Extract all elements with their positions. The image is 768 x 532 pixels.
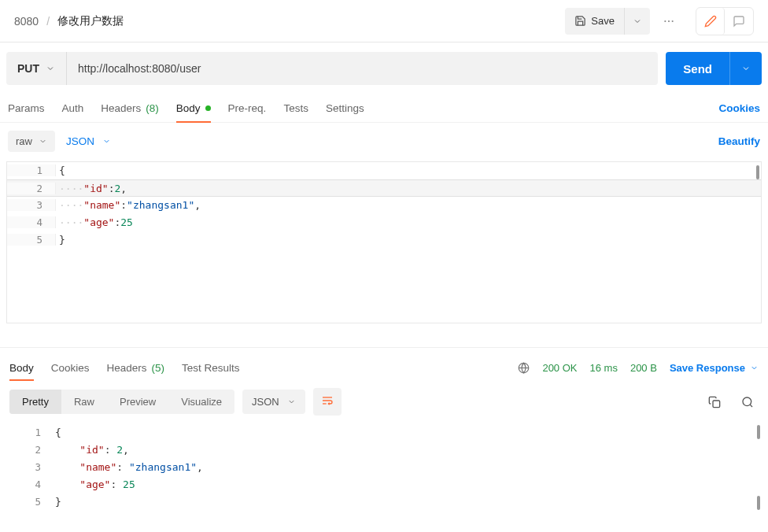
request-tabs: Params Auth Headers (8) Body Pre-req. Te… (8, 94, 364, 122)
tab-prereq[interactable]: Pre-req. (228, 94, 267, 122)
scrollbar-stub[interactable] (756, 165, 759, 179)
topbar-right: Save (565, 7, 754, 35)
status-time: 16 ms (590, 362, 618, 374)
save-response-button[interactable]: Save Response (670, 362, 759, 374)
chevron-down-icon (46, 64, 55, 73)
chevron-down-icon (750, 364, 759, 372)
view-raw[interactable]: Raw (61, 390, 107, 414)
svg-point-1 (668, 20, 670, 21)
comment-icon (733, 15, 745, 28)
breadcrumb-title: 修改用户数据 (57, 14, 124, 28)
response-body-editor[interactable]: 1{ 2 "id": 2, 3 "name": "zhangsan1", 4 "… (6, 423, 762, 510)
view-visualize[interactable]: Visualize (168, 390, 234, 414)
body-type-select[interactable]: raw (8, 131, 55, 152)
beautify-link[interactable]: Beautify (718, 135, 760, 147)
resp-tab-cookies[interactable]: Cookies (51, 356, 90, 380)
body-format-select[interactable]: JSON (66, 135, 111, 147)
svg-point-0 (664, 20, 666, 21)
save-label: Save (591, 15, 615, 27)
send-caret-button[interactable] (729, 52, 762, 85)
breadcrumb-sep: / (46, 15, 50, 28)
method-label: PUT (17, 62, 39, 75)
more-icon (663, 15, 675, 28)
body-changed-dot (205, 105, 211, 111)
save-caret-button[interactable] (624, 8, 650, 35)
method-url-bar: PUT (6, 52, 658, 85)
topbar: 8080 / 修改用户数据 Save (0, 0, 768, 42)
request-tabs-row: Params Auth Headers (8) Body Pre-req. Te… (0, 94, 768, 123)
copy-button[interactable] (703, 391, 726, 413)
status-code: 200 OK (542, 362, 577, 374)
tab-tests[interactable]: Tests (283, 94, 308, 122)
gutter: 1 (7, 164, 56, 176)
resp-tab-body[interactable]: Body (9, 356, 34, 380)
search-icon (741, 396, 754, 408)
body-subrow-left: raw JSON (8, 131, 111, 152)
chevron-down-icon (39, 137, 47, 146)
scrollbar-stub[interactable] (757, 496, 760, 510)
chevron-down-icon (741, 64, 751, 73)
comment-mode-button[interactable] (725, 8, 753, 35)
response-view-row: Pretty Raw Preview Visualize JSON (0, 380, 768, 423)
request-body-editor[interactable]: 1{ 2····"id":2, 3····"name":"zhangsan1",… (6, 161, 762, 323)
breadcrumb: 8080 / 修改用户数据 (14, 14, 124, 28)
response-format-select[interactable]: JSON (242, 390, 305, 414)
view-pretty[interactable]: Pretty (9, 390, 61, 414)
tab-headers[interactable]: Headers (8) (101, 94, 159, 122)
search-button[interactable] (737, 391, 759, 413)
wrap-icon (321, 394, 334, 407)
send-button[interactable]: Send (666, 52, 729, 85)
save-button[interactable]: Save (565, 8, 624, 35)
globe-icon[interactable] (518, 362, 530, 374)
response-view-right (703, 391, 759, 413)
response-view-left: Pretty Raw Preview Visualize JSON (9, 388, 342, 416)
breadcrumb-root[interactable]: 8080 (14, 15, 39, 28)
cookies-link[interactable]: Cookies (718, 102, 760, 114)
resp-tab-headers[interactable]: Headers (5) (107, 356, 165, 380)
edit-mode-button[interactable] (696, 8, 725, 35)
response-view-group: Pretty Raw Preview Visualize (9, 390, 234, 414)
tab-settings[interactable]: Settings (326, 94, 364, 122)
method-select[interactable]: PUT (6, 52, 67, 85)
status-size: 200 B (630, 362, 657, 374)
body-subrow: raw JSON Beautify (0, 123, 768, 157)
save-group: Save (565, 8, 650, 35)
pencil-icon (704, 15, 717, 28)
tab-params[interactable]: Params (8, 94, 45, 122)
chevron-down-icon (633, 17, 642, 26)
response-tabs-row: Body Cookies Headers (5) Test Results 20… (0, 347, 768, 380)
more-button[interactable] (658, 10, 680, 32)
copy-icon (708, 396, 721, 408)
scrollbar-stub[interactable] (757, 425, 760, 439)
view-toggle-group (696, 7, 754, 35)
svg-point-8 (743, 397, 751, 406)
svg-point-2 (672, 20, 674, 21)
request-row: PUT Send (0, 42, 768, 94)
wrap-lines-button[interactable] (313, 388, 342, 416)
tab-auth[interactable]: Auth (62, 94, 84, 122)
svg-line-9 (750, 405, 752, 407)
save-icon (574, 15, 586, 27)
resp-tab-test-results[interactable]: Test Results (182, 356, 240, 380)
url-input[interactable] (67, 62, 658, 75)
view-preview[interactable]: Preview (107, 390, 168, 414)
response-status: 200 OK 16 ms 200 B Save Response (518, 362, 759, 374)
chevron-down-icon (102, 137, 111, 146)
svg-rect-7 (713, 401, 720, 408)
tab-body[interactable]: Body (176, 94, 211, 122)
send-group: Send (666, 52, 762, 85)
chevron-down-icon (287, 397, 296, 406)
response-tabs: Body Cookies Headers (5) Test Results (9, 356, 240, 380)
